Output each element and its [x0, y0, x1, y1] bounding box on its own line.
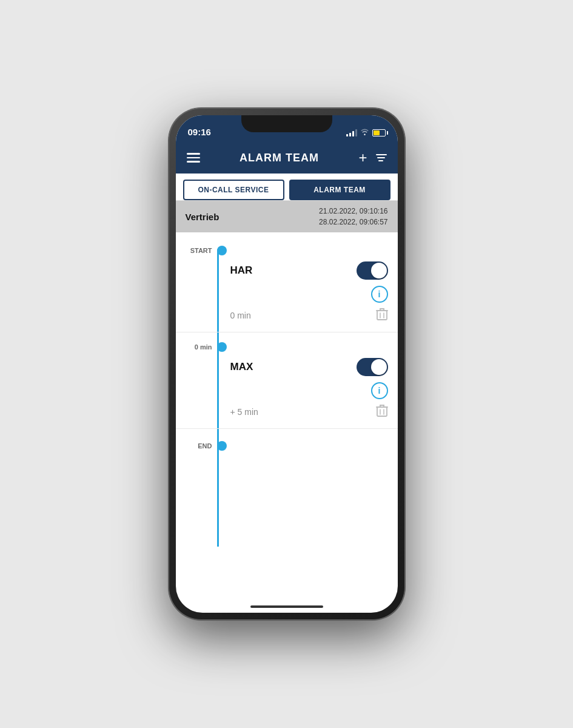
scrollable-content: START HAR i 0 min: [176, 232, 398, 613]
mid-label: 0 min: [195, 343, 212, 351]
trash-icon-max: [376, 404, 388, 417]
info-btn-har[interactable]: i: [371, 286, 388, 303]
svg-rect-0: [377, 311, 387, 320]
start-dot: [217, 246, 227, 255]
tab-alarm-team[interactable]: ALARM TEAM: [289, 180, 390, 200]
member-max-name: MAX: [230, 361, 253, 373]
member-max-block: MAX i + 5 min: [176, 352, 398, 429]
battery-icon: [372, 129, 386, 136]
svg-rect-7: [377, 407, 387, 416]
start-row: START: [176, 232, 398, 255]
end-label: END: [198, 442, 212, 450]
tab-bar: ON-CALL SERVICE ALARM TEAM: [176, 174, 398, 201]
mid-row: 0 min: [176, 332, 398, 352]
section-header: Vertrieb 21.02.2022, 09:10:16 28.02.2022…: [176, 201, 398, 232]
phone-inner: 09:16: [176, 115, 398, 613]
section-title: Vertrieb: [186, 212, 219, 222]
member-har-delay-row: 0 min: [230, 308, 388, 332]
max-delay: + 5 min: [230, 407, 258, 417]
member-max-header: MAX: [230, 358, 388, 376]
signal-icon: [346, 129, 357, 136]
date-2: 28.02.2022, 09:06:57: [319, 217, 387, 228]
mid-dot: [217, 342, 227, 352]
hamburger-menu[interactable]: [187, 153, 200, 163]
status-icons: [346, 128, 386, 137]
add-button[interactable]: +: [358, 149, 367, 166]
date-1: 21.02.2022, 09:10:16: [319, 206, 387, 217]
member-max-delay-row: + 5 min: [230, 404, 388, 428]
status-time: 09:16: [188, 127, 211, 137]
wifi-icon: [360, 128, 369, 137]
section-dates: 21.02.2022, 09:10:16 28.02.2022, 09:06:5…: [319, 206, 387, 228]
nav-actions: +: [358, 149, 386, 166]
member-har-header: HAR: [230, 261, 388, 280]
trash-icon-har: [376, 308, 388, 321]
member-har-block: HAR i 0 min: [176, 255, 398, 332]
home-indicator: [250, 605, 323, 608]
tab-on-call-service[interactable]: ON-CALL SERVICE: [183, 180, 284, 200]
end-row: END: [176, 429, 398, 451]
nav-bar: ALARM TEAM +: [176, 142, 398, 174]
info-btn-max[interactable]: i: [371, 382, 388, 399]
app-screen: 09:16: [176, 115, 398, 613]
filter-icon[interactable]: [376, 154, 387, 161]
phone-shell: 09:16: [169, 108, 405, 620]
toggle-har[interactable]: [357, 261, 388, 280]
end-dot: [217, 441, 227, 451]
member-har-name: HAR: [230, 265, 253, 277]
nav-title: ALARM TEAM: [240, 152, 319, 164]
toggle-max[interactable]: [357, 358, 388, 376]
delete-btn-har[interactable]: [376, 308, 388, 323]
member-har-info-row: i: [230, 286, 388, 303]
delete-btn-max[interactable]: [376, 404, 388, 420]
notch: [241, 115, 332, 132]
member-max-info-row: i: [230, 382, 388, 399]
start-label: START: [190, 247, 212, 254]
har-delay: 0 min: [230, 311, 251, 320]
